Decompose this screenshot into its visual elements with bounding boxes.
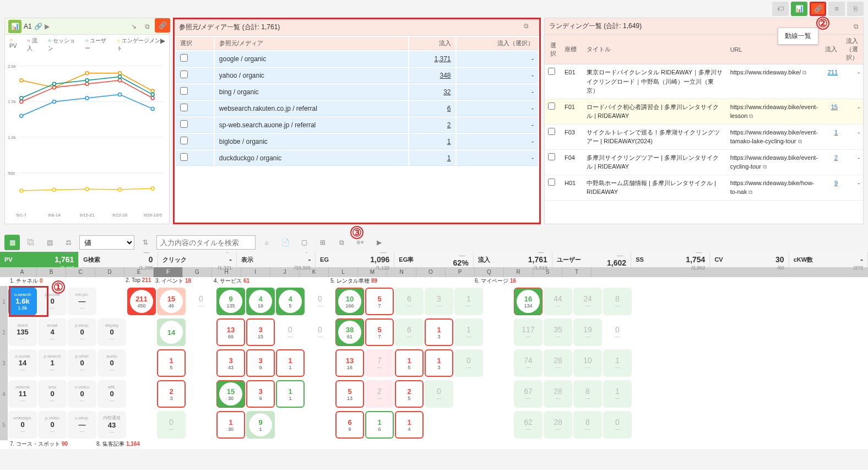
table-row[interactable]: websearch.rakuten.co.jp / referral6-: [176, 101, 538, 116]
tile[interactable]: 8—: [573, 411, 602, 439]
value-select[interactable]: 値: [79, 235, 134, 250]
row-checkbox[interactable]: [548, 153, 555, 160]
row-checkbox[interactable]: [548, 179, 555, 186]
tile[interactable]: 8—: [573, 380, 602, 408]
tile[interactable]: 0—: [603, 411, 632, 439]
table-icon[interactable]: ⊞: [315, 235, 330, 250]
channel-tile[interactable]: referral 11 —: [8, 380, 37, 408]
channel-tile[interactable]: affil. 0 —: [97, 380, 126, 408]
video-icon[interactable]: ▶: [155, 34, 170, 48]
layers-icon[interactable]: ▤: [42, 235, 57, 250]
tile[interactable]: 0—: [306, 318, 334, 346]
link-icon[interactable]: 🔗: [810, 2, 826, 16]
tile[interactable]: 62—: [514, 411, 542, 439]
row-checkbox[interactable]: [180, 104, 188, 111]
video-icon[interactable]: ▶: [371, 235, 387, 250]
grid-icon[interactable]: ▦: [4, 235, 20, 250]
tile[interactable]: 16: [365, 411, 394, 439]
col-letter[interactable]: M: [358, 267, 387, 277]
metric-cell[interactable]: cKW数 -/272: [789, 252, 868, 267]
table-row[interactable]: F01ロードバイク初心者講習会 | 多摩川レンタサイクル | RIDEAWAY …: [545, 99, 863, 124]
tile[interactable]: 39: [246, 349, 275, 377]
row-checkbox[interactable]: [180, 87, 188, 95]
external-link-icon[interactable]: ⧉: [763, 164, 767, 170]
tile[interactable]: 25: [395, 380, 424, 408]
tile[interactable]: 3861: [335, 318, 364, 346]
col-letter[interactable]: H: [212, 267, 241, 277]
col-letter[interactable]: B: [37, 267, 66, 277]
channel-tile[interactable]: p.other 0 —: [68, 349, 96, 377]
channel-tile[interactable]: o.video 0 —: [68, 380, 96, 408]
row-checkbox[interactable]: [180, 120, 188, 128]
external-link-icon[interactable]: ⧉: [802, 69, 806, 75]
table-row[interactable]: E01東京ロードバイクレンタル RIDEAWAY｜多摩川サイクリングロード｜中野…: [545, 64, 863, 99]
tile[interactable]: 416: [246, 288, 275, 315]
metric-cell[interactable]: 流入 —1,761/1,818: [474, 252, 552, 267]
channel-tile[interactable]: 内部遷移 43 —: [97, 411, 126, 439]
tile[interactable]: 14: [157, 318, 186, 346]
channel-tile[interactable]: direct 135 —: [8, 318, 37, 346]
external-link-icon[interactable]: ⧉: [798, 138, 802, 144]
tile[interactable]: 1—: [454, 288, 483, 315]
copy-icon[interactable]: ⧉: [524, 22, 535, 33]
tile[interactable]: 1—: [603, 380, 632, 408]
tile[interactable]: 23: [157, 380, 186, 408]
tile[interactable]: 343: [216, 349, 245, 377]
tile[interactable]: 28—: [544, 380, 572, 408]
col-letter[interactable]: O: [416, 267, 446, 277]
tag-icon[interactable]: 🏷: [772, 2, 789, 16]
table-row[interactable]: F03サイクルトレインで巡る！多摩湖サイクリングツアー | RIDEAWAY(2…: [545, 124, 863, 149]
tile[interactable]: 39: [246, 380, 275, 408]
col-letter[interactable]: S: [533, 267, 562, 277]
tile[interactable]: 44—: [544, 288, 572, 315]
channel-tile[interactable]: p.search 1 —: [38, 349, 67, 377]
copy-icon[interactable]: ⧉: [334, 235, 349, 250]
tile[interactable]: 1530: [216, 380, 245, 408]
col-letter[interactable]: K: [300, 267, 329, 277]
tile[interactable]: 15: [157, 349, 186, 377]
tile[interactable]: 7—: [365, 349, 394, 377]
tree-icon[interactable]: ⿻: [23, 235, 39, 250]
table-row[interactable]: F04多摩川サイクリングツアー | 多摩川レンタサイクル | RIDEAWAY …: [545, 149, 863, 175]
balance-icon[interactable]: ⚖: [61, 235, 76, 250]
tile[interactable]: 1369: [216, 318, 245, 346]
tool3-icon[interactable]: ▢: [296, 235, 312, 250]
col-letter[interactable]: J: [270, 267, 300, 277]
tile[interactable]: 13: [425, 318, 453, 346]
link-icon[interactable]: 🔗: [34, 23, 42, 30]
col-letter[interactable]: F: [154, 267, 183, 277]
arrow-icon[interactable]: ↘: [128, 21, 139, 32]
tile[interactable]: 1546: [157, 288, 186, 315]
channel-tile[interactable]: o.search 1.6k 1.8k: [8, 288, 37, 315]
row-checkbox[interactable]: [548, 102, 555, 110]
tile[interactable]: 11: [276, 380, 305, 408]
tile[interactable]: 1316: [335, 349, 364, 377]
row-checkbox[interactable]: [180, 54, 188, 62]
channel-tile[interactable]: display 0 —: [97, 318, 126, 346]
col-letter[interactable]: L: [329, 267, 358, 277]
metric-cell[interactable]: 表示 --/33,325: [237, 252, 316, 267]
table-row[interactable]: H01中野島ホーム店舗情報 | 多摩川レンタサイクル | RIDEAWAY ht…: [545, 175, 863, 200]
external-link-icon[interactable]: ⧉: [748, 189, 752, 195]
metric-cell[interactable]: G検索 —0/1,288: [79, 252, 158, 267]
col-letter[interactable]: I: [241, 267, 270, 277]
tile[interactable]: 6—: [395, 288, 424, 315]
metric-cell[interactable]: EG率 —62%: [394, 252, 473, 267]
col-letter[interactable]: P: [446, 267, 475, 277]
col-letter[interactable]: A: [8, 267, 37, 277]
zoom-icon[interactable]: ⌕: [259, 235, 274, 250]
tile[interactable]: 69: [335, 411, 364, 439]
metric-cell[interactable]: CV 30/60: [710, 252, 789, 267]
tile[interactable]: 2—: [365, 380, 394, 408]
tile[interactable]: 1—: [603, 349, 632, 377]
col-letter[interactable]: G: [183, 267, 212, 277]
channel-tile[interactable]: email 4 —: [38, 318, 67, 346]
tile[interactable]: 57: [365, 318, 394, 346]
table-row[interactable]: bing / organic32-: [176, 84, 538, 100]
list-icon[interactable]: ≡: [828, 2, 845, 16]
tile[interactable]: 35—: [544, 318, 572, 346]
tile[interactable]: 117—: [514, 318, 542, 346]
channel-tile[interactable]: p.video 0 —: [38, 411, 67, 439]
tile[interactable]: 10—: [573, 349, 602, 377]
col-letter[interactable]: R: [504, 267, 533, 277]
